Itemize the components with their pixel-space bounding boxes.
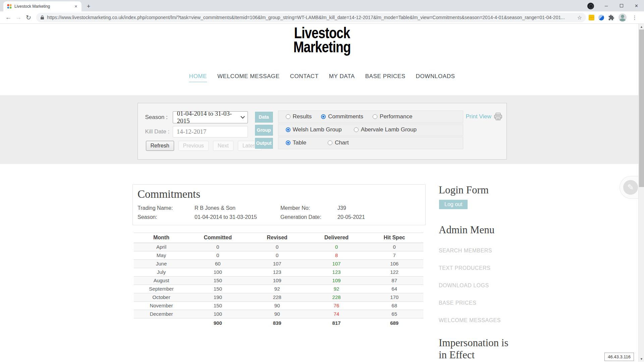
sidebar-item-base-prices[interactable]: BASE PRICES [439,293,512,306]
maximize-icon [620,4,623,7]
table-row: June 60 107 107 106 [134,259,423,268]
browser-tab[interactable]: Livestock Marketing ✕ [3,1,82,11]
nav-downloads[interactable]: DOWNLOADS [416,73,455,82]
radio-checked-icon [321,114,326,119]
paging-buttons: Refresh Previous Next Latest [146,141,262,151]
minimize-button[interactable]: ─ [599,1,614,11]
section-buttons: Data Group Output [255,111,273,149]
sidebar-item-download-logs[interactable]: DOWNLOAD LOGS [439,276,512,289]
extension-eyedropper-icon[interactable] [598,15,604,20]
table-row: July 100 123 123 122 [134,268,423,276]
site-logo: Livestock Marketing [293,26,351,54]
table-row: August 150 109 109 87 [134,276,423,285]
close-button[interactable]: ✕ [629,1,644,11]
radio-abervale-lamb-group[interactable]: Abervale Lamb Group [354,126,417,133]
radio-unchecked-icon [286,114,290,119]
season-info-value: 01-04-2014 to 31-03-2015 [195,214,280,220]
refresh-button[interactable]: Refresh [146,141,174,151]
ip-address-tooltip: 46.43.3.116 [604,353,634,361]
season-label: Season : [145,114,168,121]
radio-table[interactable]: Table [286,139,307,146]
back-button[interactable]: ← [3,12,13,22]
pencil-icon: ✎ [623,180,638,195]
forward-button[interactable]: → [13,12,23,22]
sidebar-item-welcome-messages[interactable]: WELCOME MESSAGES [439,311,512,323]
nav-base-prices[interactable]: BASE PRICES [365,73,406,82]
sidebar-item-search-members[interactable]: SEARCH MEMBERS [439,241,512,254]
radio-unchecked-icon [354,127,359,132]
reload-button[interactable]: ↻ [23,12,34,22]
extensions-area: ⋮ [589,13,639,21]
admin-menu-title: Admin Menu [439,224,512,236]
url-text: https://www.livestockmarketing.co.uk/ind… [47,15,575,20]
browser-toolbar: ← → ↻ https://www.livestockmarketing.co.… [0,11,644,24]
column-delivered: Delivered [308,233,366,243]
new-tab-button[interactable]: + [84,2,93,11]
url-bar[interactable]: https://www.livestockmarketing.co.uk/ind… [36,13,586,22]
controls-panel: Season : 01-04-2014 to 31-03-2015 Kill D… [138,103,507,160]
data-radio-row: Results Commitments Performance [278,111,463,123]
radio-commitments[interactable]: Commitments [321,113,363,120]
tab-close-icon[interactable]: ✕ [73,4,79,9]
tab-bar: Livestock Marketing ✕ + ─ ✕ [0,0,644,11]
profile-badge-icon[interactable] [587,3,594,9]
radio-performance[interactable]: Performance [373,113,412,120]
generation-date-value: 20-05-2021 [337,214,425,220]
scroll-up-icon[interactable]: ▲ [639,24,644,29]
login-form-title: Login Form [439,184,512,196]
season-info-label: Season: [138,214,195,220]
print-view-link[interactable]: Print View [466,113,502,121]
data-section-button[interactable]: Data [255,111,273,123]
extension-yellow-icon[interactable] [589,15,594,20]
page-viewport: Livestock Marketing HOME WELCOME MESSAGE… [0,24,644,362]
site-header: Livestock Marketing [0,24,644,54]
trading-name-label: Trading Name: [138,205,195,211]
nav-contact[interactable]: CONTACT [290,73,319,82]
table-row: October 190 228 228 170 [134,293,423,301]
nav-welcome-message[interactable]: WELCOME MESSAGE [217,73,280,82]
group-section-button[interactable]: Group [255,124,273,136]
main-navigation: HOME WELCOME MESSAGE CONTACT MY DATA BAS… [0,73,644,82]
page-scrollbar[interactable]: ▲ ▼ [638,24,644,362]
previous-button[interactable]: Previous [178,141,209,151]
extensions-puzzle-icon[interactable] [608,14,614,21]
column-month: Month [134,233,189,243]
commitments-table: Month Committed Revised Delivered Hit Sp… [134,233,423,328]
printer-icon [494,113,502,121]
group-radio-row: Welsh Lamb Group Abervale Lamb Group [278,124,463,136]
chevron-down-icon [240,114,245,118]
column-revised: Revised [247,233,308,243]
browser-menu-icon[interactable]: ⋮ [631,14,639,21]
trading-name-value: R B Jones & Son [195,205,280,211]
scrollbar-thumb[interactable] [639,29,644,187]
edit-slideout-tab[interactable]: ✎ [620,176,638,199]
nav-home[interactable]: HOME [189,73,207,82]
maximize-button[interactable] [614,1,629,11]
season-select[interactable]: 01-04-2014 to 31-03-2015 [173,111,248,123]
profile-avatar[interactable] [619,13,627,21]
output-section-button[interactable]: Output [255,137,273,149]
kill-date-input[interactable] [173,126,248,137]
sidebar-item-text-producers[interactable]: TEXT PRODUCERS [439,258,512,271]
radio-groups: Results Commitments Performance [278,111,463,150]
next-button[interactable]: Next [213,141,233,151]
tab-title: Livestock Marketing [14,4,73,9]
commitments-panel: Commitments Trading Name: R B Jones & So… [132,184,426,225]
logout-button[interactable]: Log out [439,199,468,209]
radio-chart[interactable]: Chart [328,139,349,146]
browser-window: Livestock Marketing ✕ + ─ ✕ ← → ↻ https:… [0,0,644,362]
output-radio-row: Table Chart [278,137,463,149]
sidebar: Login Form Log out Admin Menu SEARCH MEM… [439,164,512,362]
scroll-down-icon[interactable]: ▼ [639,356,644,362]
radio-welsh-lamb-group[interactable]: Welsh Lamb Group [286,126,342,133]
bookmark-star-icon[interactable]: ☆ [577,14,582,21]
logo-line-1: Livestock [293,26,351,40]
radio-checked-icon [286,127,290,132]
table-row: May 0 0 8 7 [134,251,423,259]
member-no-value: J39 [337,205,425,211]
column-hit-spec: Hit Spec [365,233,423,243]
radio-results[interactable]: Results [286,113,312,120]
table-header-row: Month Committed Revised Delivered Hit Sp… [134,233,423,243]
table-row: September 150 92 92 64 [134,285,423,293]
nav-my-data[interactable]: MY DATA [329,73,355,82]
